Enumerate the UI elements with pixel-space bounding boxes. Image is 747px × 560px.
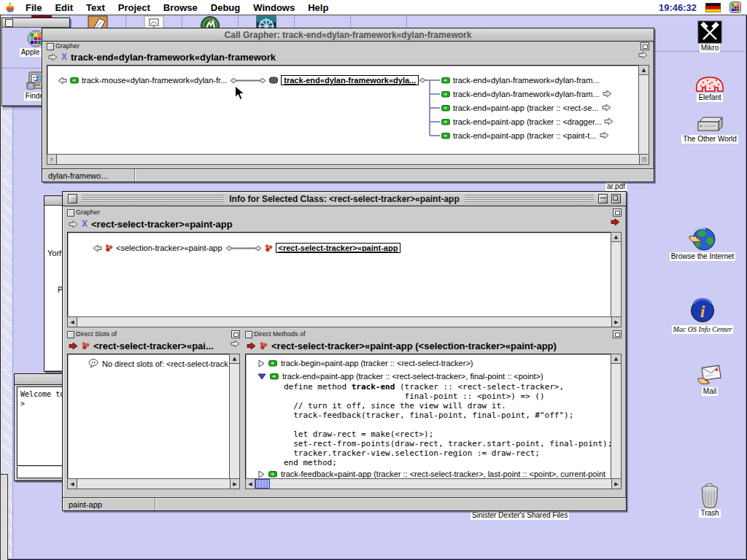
direct-slots-list[interactable]: No direct slots of: <rect-select-track [67,354,230,480]
slots-vscrollbar[interactable]: ▲ [229,354,240,480]
pane-label: Grapher [76,209,100,216]
pane-window-icon[interactable] [231,330,240,338]
header-right-arrow[interactable] [638,51,648,59]
call-graph-vscrollbar[interactable]: ▲ [638,65,649,155]
methods-vscrollbar[interactable]: ▲ [611,354,622,480]
desktop-icon-mikro[interactable]: Mikro [678,20,741,52]
callee-node-label[interactable]: track-end«dylan-framework«dylan-fram... [453,76,600,85]
desktop-icon-elefant[interactable]: Elefant [680,71,740,102]
menu-help[interactable]: Help [301,2,335,13]
menubar-clock[interactable]: 19:46:32 [659,2,697,13]
listener-prompt: > [20,400,25,408]
menu-debug[interactable]: Debug [204,2,247,13]
desktop-icon-mail[interactable]: Mail [678,364,741,396]
red-arrow-icon[interactable] [69,342,78,350]
method-signature[interactable]: track-feedback«paint-app (tracker :: <re… [281,470,605,478]
menu-items: FileEditTextProjectBrowseDebugWindowsHel… [19,2,335,13]
red-arrow-icon[interactable] [247,342,256,350]
keyboard-layout-flag-icon[interactable] [705,3,721,12]
caller-node[interactable]: track-mouse«dylan-framework«dylan-fr... … [58,75,419,85]
menu-windows[interactable]: Windows [247,2,301,13]
expand-right-arrow-icon[interactable] [600,131,609,139]
palette-close-box[interactable] [5,19,13,27]
pane-window-icon[interactable] [613,209,622,217]
class-graph-row[interactable]: <selection-tracker>«paint-app <rect-sele… [93,243,400,253]
method-row[interactable]: track-end«paint-app (tracker :: <rect-se… [258,372,543,381]
nav-arrow-icon[interactable] [48,53,58,61]
desktop-icon-trash[interactable]: Trash [678,483,741,518]
zoom-box[interactable] [611,194,621,203]
callee-node[interactable]: track-end«dylan-framework«dylan-fram... [441,74,600,86]
disclosure-open-icon[interactable] [258,373,266,380]
disclosure-closed-icon[interactable] [258,470,265,478]
pane-window-icon[interactable] [640,42,649,50]
pane-window-icon[interactable] [613,330,622,338]
method-row[interactable]: track-begin«paint-app (tracker :: <rect-… [258,359,473,368]
call-grapher-titlebar[interactable]: Call Grapher: track-end«dylan-framework«… [42,28,654,42]
scroll-thumb[interactable] [255,479,270,489]
menu-file[interactable]: File [19,2,48,13]
header-red-arrow[interactable] [611,218,620,226]
selected-node-label[interactable]: track-end«dylan-framework«dyla... [281,75,419,85]
nav-arrow-icon[interactable] [69,220,78,228]
parent-class-label[interactable]: <selection-tracker>«paint-app [116,244,222,252]
class-graph-vscrollbar[interactable]: ▲ [611,232,622,318]
desktop-icon-mac-os-info-center[interactable]: iMac OS Info Center [656,298,747,334]
callee-node-label[interactable]: track-end«paint-app (tracker :: <rect-se… [453,104,599,112]
callee-node[interactable]: track-end«dylan-framework«dylan-fram... [441,88,612,100]
pane-collapse-box[interactable] [245,331,252,338]
pane-collapse-box[interactable] [67,331,74,338]
expand-right-arrow-icon[interactable] [603,90,612,98]
pane-collapse-box[interactable] [67,209,74,217]
method-signature[interactable]: track-end«paint-app (tracker :: <rect-se… [282,372,543,381]
disclosure-closed-icon[interactable] [258,359,265,368]
class-graph-canvas[interactable]: <selection-tracker>«paint-app <rect-sele… [67,232,611,318]
shared-files-label[interactable]: Sinister Dexter's Shared Files [471,511,569,520]
x-close-graph-icon[interactable]: X [61,52,67,62]
expand-right-arrow-icon[interactable] [604,117,614,125]
direct-methods-list[interactable]: track-begin«paint-app (tracker :: <rect-… [245,354,611,480]
close-box[interactable] [68,194,77,203]
menu-project[interactable]: Project [112,2,157,13]
call-graph-hscrollbar[interactable]: r◳ [47,154,649,165]
windowshade-box[interactable] [598,194,608,203]
desktop-icon-label: Elefant [697,93,722,102]
menu-edit[interactable]: Edit [48,2,80,13]
palette-titlebar[interactable] [2,18,69,28]
menu-browse[interactable]: Browse [157,2,204,13]
call-graph-canvas[interactable]: track-mouse«dylan-framework«dylan-fr... … [47,65,639,155]
callee-node-label[interactable]: track-end«paint-app (tracker :: <dragger… [453,117,601,126]
callee-node[interactable]: track-end«paint-app (tracker :: <dragger… [441,115,614,128]
callee-node[interactable]: track-end«paint-app (tracker :: <paint-t… [441,129,609,141]
class-info-window[interactable]: Info for Selected Class: <rect-select-tr… [62,191,627,511]
menu-text[interactable]: Text [80,2,112,13]
offscreen-window-fragment [0,474,8,560]
call-grapher-window[interactable]: Call Grapher: track-end«dylan-framework«… [42,28,654,182]
expand-left-arrow-icon[interactable] [58,77,67,85]
callee-node-label[interactable]: track-end«paint-app (tracker :: <paint-t… [453,131,597,140]
x-close-graph-icon[interactable]: X [82,219,88,229]
header-right-arrow[interactable] [231,340,240,348]
selected-class-label[interactable]: <rect-select-tracker>«paint-app [276,243,401,253]
ar-pdf-file-label[interactable]: ar.pdf [605,182,627,191]
desktop-icon-the-other-world[interactable]: The Other World [665,114,747,144]
methods-hscrollbar[interactable]: ◀▶ [245,478,622,489]
expand-left-arrow-icon[interactable] [93,244,102,252]
call-link-icon [230,77,266,85]
callee-node-label[interactable]: track-end«dylan-framework«dylan-fram... [453,90,600,98]
hammers-icon [697,20,722,44]
info-window-titlebar[interactable]: Info for Selected Class: <rect-select-tr… [63,192,626,206]
caller-node-label[interactable]: track-mouse«dylan-framework«dylan-fr... [82,76,227,85]
desktop-icon-label: Browse the Internet [670,252,736,261]
slots-hscrollbar[interactable]: ◀▶ [67,478,240,489]
class-graph-hscrollbar[interactable]: ◀▶ [67,316,622,327]
method-signature[interactable]: track-begin«paint-app (tracker :: <rect-… [281,359,473,368]
method-source-code: define method track-end (tracker :: <rec… [284,382,611,467]
method-row[interactable]: track-feedback«paint-app (tracker :: <re… [258,470,605,478]
callee-node[interactable]: track-end«paint-app (tracker :: <rect-se… [441,101,611,114]
expand-right-arrow-icon[interactable] [602,104,611,112]
application-menu-icon[interactable] [729,1,741,13]
class-icon [82,342,90,349]
apple-menu-icon[interactable] [0,1,19,13]
desktop-icon-browse-the-internet[interactable]: Browse the Internet [656,226,747,261]
